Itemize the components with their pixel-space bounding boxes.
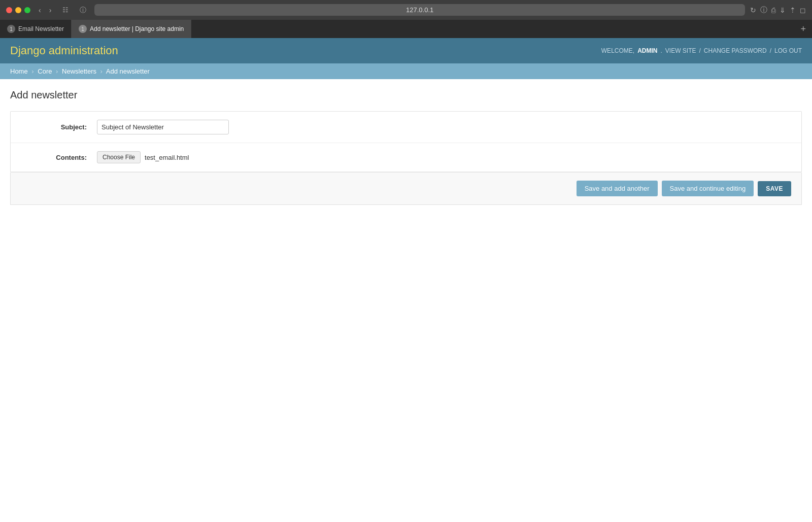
contents-label: Contents: bbox=[21, 154, 87, 161]
save-button[interactable]: SAVE bbox=[758, 181, 791, 196]
contents-field: Choose File test_email.html bbox=[97, 151, 189, 163]
save-continue-editing-button[interactable]: Save and continue editing bbox=[662, 181, 754, 196]
tab-label-email-newsletter: Email Newsletter bbox=[18, 25, 64, 32]
browser-icons: ↻ ⓘ ⎙ ⇓ ⇡ ◻ bbox=[750, 6, 806, 15]
traffic-light-maximize[interactable] bbox=[24, 7, 30, 13]
dot-separator: . bbox=[660, 47, 662, 54]
address-bar[interactable]: 127.0.0.1 bbox=[94, 4, 745, 16]
breadcrumb-core[interactable]: Core bbox=[38, 67, 52, 75]
browser-chrome: ‹ › ☷ ⓘ 127.0.0.1 ↻ ⓘ ⎙ ⇓ ⇡ ◻ bbox=[0, 0, 812, 20]
logout-link[interactable]: LOG OUT bbox=[774, 47, 802, 54]
refresh-icon[interactable]: ↻ bbox=[750, 6, 756, 14]
forward-button[interactable]: › bbox=[46, 5, 55, 15]
subject-label: Subject: bbox=[21, 123, 87, 131]
back-button[interactable]: ‹ bbox=[36, 5, 44, 15]
admin-username: ADMIN bbox=[637, 47, 657, 54]
print-icon[interactable]: ⎙ bbox=[771, 6, 775, 14]
traffic-light-close[interactable] bbox=[6, 7, 12, 13]
tab-add-newsletter[interactable]: 1 Add newsletter | Django site admin bbox=[72, 20, 191, 38]
traffic-lights bbox=[6, 7, 30, 13]
breadcrumb-current: Add newsletter bbox=[106, 67, 150, 75]
admin-title-link[interactable]: Django administration bbox=[10, 44, 118, 57]
privacy-button[interactable]: ⓘ bbox=[77, 5, 89, 16]
nav-buttons: ‹ › bbox=[36, 5, 54, 15]
breadcrumb-newsletters[interactable]: Newsletters bbox=[62, 67, 96, 75]
form-fields: Subject: Contents: Choose File test_emai… bbox=[10, 111, 802, 172]
breadcrumb-sep1: › bbox=[31, 67, 33, 75]
traffic-light-minimize[interactable] bbox=[15, 7, 21, 13]
tabs-bar: 1 Email Newsletter 1 Add newsletter | Dj… bbox=[0, 20, 812, 38]
save-add-another-button[interactable]: Save and add another bbox=[577, 181, 658, 196]
breadcrumb-sep3: › bbox=[100, 67, 103, 75]
tab-badge-1: 1 bbox=[7, 25, 15, 33]
choose-file-button[interactable]: Choose File bbox=[97, 151, 141, 163]
tab-email-newsletter[interactable]: 1 Email Newsletter bbox=[0, 20, 72, 38]
submit-row: Save and add another Save and continue e… bbox=[10, 172, 802, 205]
sidebar-icon[interactable]: ◻ bbox=[800, 6, 806, 14]
tab-badge-2: 1 bbox=[79, 25, 87, 33]
info-icon[interactable]: ⓘ bbox=[760, 6, 767, 15]
admin-user-info: WELCOME, ADMIN . VIEW SITE / CHANGE PASS… bbox=[601, 47, 802, 54]
change-password-link[interactable]: CHANGE PASSWORD bbox=[704, 47, 767, 54]
breadcrumb-home[interactable]: Home bbox=[10, 67, 28, 75]
view-site-link[interactable]: VIEW SITE bbox=[665, 47, 696, 54]
contents-row: Contents: Choose File test_email.html bbox=[11, 143, 801, 172]
subject-row: Subject: bbox=[11, 112, 801, 143]
breadcrumb-sep2: › bbox=[56, 67, 58, 75]
sep2: / bbox=[770, 47, 771, 54]
tab-label-add-newsletter: Add newsletter | Django site admin bbox=[90, 25, 184, 32]
sep1: / bbox=[699, 47, 701, 54]
file-input-row: Choose File test_email.html bbox=[97, 151, 189, 163]
subject-field bbox=[97, 120, 229, 134]
page-title: Add newsletter bbox=[10, 89, 802, 101]
download-icon[interactable]: ⇓ bbox=[780, 6, 786, 14]
subject-input[interactable] bbox=[97, 120, 229, 134]
newsletter-form: Subject: Contents: Choose File test_emai… bbox=[10, 111, 802, 205]
reader-view-button[interactable]: ☷ bbox=[59, 5, 72, 15]
admin-header: Django administration WELCOME, ADMIN . V… bbox=[0, 38, 812, 63]
share-icon[interactable]: ⇡ bbox=[790, 6, 796, 14]
new-tab-button[interactable]: + bbox=[794, 20, 812, 38]
welcome-text: WELCOME, bbox=[601, 47, 634, 54]
breadcrumb: Home › Core › Newsletters › Add newslett… bbox=[0, 63, 812, 79]
file-name: test_email.html bbox=[145, 154, 189, 161]
main-content: Add newsletter Subject: Contents: Choose… bbox=[0, 79, 812, 384]
